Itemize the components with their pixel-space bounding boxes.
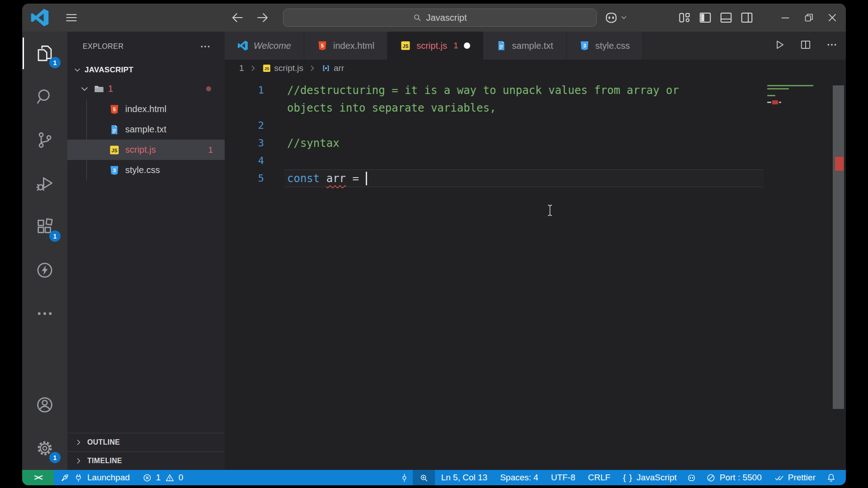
timeline-panel-header[interactable]: TIMELINE <box>67 451 225 470</box>
port-item[interactable]: Port : 5500 <box>700 470 768 485</box>
copilot-chevron-icon[interactable] <box>620 14 628 22</box>
command-center-search[interactable]: Javascript <box>283 9 597 27</box>
copilot-button[interactable] <box>604 10 619 25</box>
unsaved-changes-dot[interactable] <box>464 42 470 49</box>
activity-bar-item-settings[interactable]: 1 <box>22 427 67 470</box>
close-button[interactable] <box>823 10 841 25</box>
more-actions-button[interactable] <box>826 39 838 52</box>
screencast-item[interactable] <box>396 470 413 485</box>
split-editor-button[interactable] <box>800 39 811 52</box>
formatter-item[interactable]: Prettier <box>768 470 822 485</box>
explorer-header: EXPLORER <box>67 32 225 56</box>
scrollbar-thumb[interactable] <box>833 85 844 409</box>
toggle-secondary-sidebar-button[interactable] <box>740 11 754 24</box>
run-button[interactable] <box>774 39 785 52</box>
svg-text:JS: JS <box>403 43 409 49</box>
outline-panel-header[interactable]: OUTLINE <box>67 433 225 451</box>
toggle-panel-button[interactable] <box>719 11 733 24</box>
svg-text:JS: JS <box>112 148 118 153</box>
ellipsis-icon <box>826 39 838 51</box>
vscode-logo-icon <box>30 9 49 27</box>
tab-label: sample.txt <box>512 41 553 51</box>
play-icon <box>774 39 785 51</box>
breadcrumb-label: script.js <box>274 63 303 73</box>
code-text: objects into separate variables, <box>287 102 496 114</box>
zoom-item[interactable] <box>413 470 435 485</box>
language-mode-item[interactable]: { } JavaScript <box>617 470 683 485</box>
code-line-1[interactable]: 1//destructuring = it is a way to unpack… <box>225 81 846 99</box>
cursor-position-item[interactable]: Ln 5, Col 13 <box>435 470 494 485</box>
warning-icon <box>165 473 175 483</box>
tab-sample-txt[interactable]: sample.txt <box>483 32 566 60</box>
menu-icon[interactable] <box>65 11 78 24</box>
encoding-item[interactable]: UTF-8 <box>545 470 582 485</box>
timeline-panel-label: TIMELINE <box>87 457 122 465</box>
problems-count-badge: 1 <box>208 145 213 155</box>
maximize-button[interactable] <box>800 10 818 25</box>
minimap[interactable] <box>765 79 830 368</box>
tab-script-js[interactable]: JSscript.js1 <box>387 32 483 60</box>
tree-item-style-css[interactable]: 3style.css <box>67 160 225 180</box>
toggle-primary-sidebar-button[interactable] <box>698 11 712 24</box>
svg-text:3: 3 <box>583 43 586 48</box>
notifications-item[interactable] <box>822 470 840 485</box>
code-line-wrap[interactable]: objects into separate variables, <box>225 99 846 117</box>
launchpad-label: Launchpad <box>87 473 130 483</box>
navigate-forward-button[interactable] <box>255 11 270 24</box>
code-line-3[interactable]: 3//syntax <box>225 134 846 152</box>
tree-item-script-js[interactable]: JSscript.js1 <box>67 140 225 160</box>
language-label: JavaScript <box>637 473 677 483</box>
customize-layout-button[interactable] <box>678 11 691 24</box>
code-line-4[interactable]: 4 <box>225 152 846 169</box>
svg-text:5: 5 <box>321 43 324 48</box>
outline-panel-label: OUTLINE <box>87 438 120 446</box>
navigate-back-button[interactable] <box>230 11 245 24</box>
split-icon <box>800 39 811 51</box>
tree-item-1[interactable]: 1 <box>67 79 225 99</box>
text-cursor <box>366 172 367 185</box>
workspace-section[interactable]: JAVASCRIPT <box>67 61 225 79</box>
explorer-sidebar: EXPLORER JAVASCRIPT 15index.htmlsample.t… <box>67 32 225 470</box>
activity-bar-item-search[interactable] <box>22 75 67 118</box>
tab-style-css[interactable]: 3style.css <box>566 32 643 60</box>
file-html-icon: 5 <box>109 104 120 115</box>
minimize-button[interactable] <box>776 10 794 25</box>
tree-item-sample-txt[interactable]: sample.txt <box>67 119 225 140</box>
tree-item-label: 1 <box>108 84 113 94</box>
remote-indicator[interactable]: >< <box>22 470 54 485</box>
activity-bar-item-thunder-client[interactable] <box>22 249 67 292</box>
eol-item[interactable]: CRLF <box>581 470 617 485</box>
code-line-2[interactable]: 2 <box>225 117 846 134</box>
settings-badge: 1 <box>49 452 61 463</box>
vertical-scrollbar[interactable] <box>830 77 846 470</box>
indentation-item[interactable]: Spaces: 4 <box>494 470 545 485</box>
copilot-status-item[interactable] <box>683 470 700 485</box>
activity-bar-item-extensions[interactable]: 1 <box>22 205 67 249</box>
tree-item-index-html[interactable]: 5index.html <box>67 99 225 119</box>
breadcrumb-item-arr[interactable]: arr <box>321 63 344 73</box>
svg-text:5: 5 <box>113 106 116 112</box>
activity-bar-item-explorer[interactable]: 1 <box>22 32 67 75</box>
activity-bar-item-more[interactable] <box>22 292 67 335</box>
folder-icon <box>94 84 104 94</box>
code-editor[interactable]: 1//destructuring = it is a way to unpack… <box>225 77 846 187</box>
activity-bar-item-source-control[interactable] <box>22 118 67 162</box>
tab-welcome[interactable]: Welcome <box>225 32 304 60</box>
editor-group: Welcome5index.htmlJSscript.js1sample.txt… <box>225 32 846 470</box>
activity-bar-item-run-debug[interactable] <box>22 162 67 205</box>
line-number: 1 <box>225 84 283 96</box>
breadcrumb-item-script-js[interactable]: JSscript.js <box>262 63 303 73</box>
code-text: const arr = <box>287 172 365 185</box>
breadcrumb-item-1[interactable]: 1 <box>239 63 244 73</box>
file-tree: 15index.htmlsample.txtJSscript.js13style… <box>67 79 225 180</box>
minimap-bar <box>779 102 781 103</box>
code-text: //syntax <box>287 137 340 150</box>
tab-index-html[interactable]: 5index.html <box>304 32 387 60</box>
tree-item-label: sample.txt <box>125 124 166 135</box>
file-txt-icon <box>109 124 120 135</box>
launchpad-item[interactable]: Launchpad <box>54 470 136 485</box>
explorer-more-actions-icon[interactable] <box>199 41 211 52</box>
code-line-5[interactable]: 5const arr = <box>225 169 846 187</box>
problems-item[interactable]: 1 0 <box>136 470 189 485</box>
activity-bar-item-account[interactable] <box>22 383 67 427</box>
